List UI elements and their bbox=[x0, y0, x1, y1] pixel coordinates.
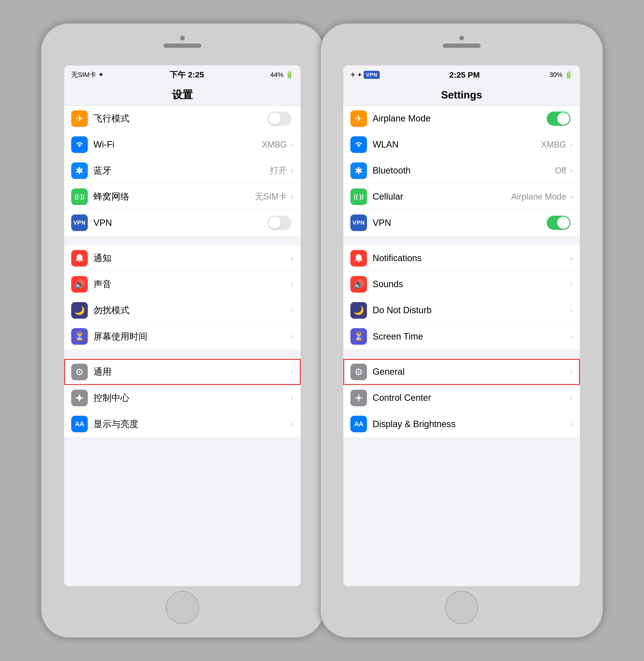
dnd-chevron-left: › bbox=[291, 305, 294, 315]
gap-1-right bbox=[343, 236, 580, 245]
status-bar-left: 无SIM卡 ✦ 下午 2:25 44% 🔋 bbox=[64, 65, 301, 84]
vpn-toggle-left[interactable] bbox=[268, 216, 291, 230]
bluetooth-value-left: 打开 bbox=[270, 165, 287, 176]
cellular-chevron-left: › bbox=[291, 192, 294, 202]
wlan-label-right: WLAN bbox=[373, 139, 541, 150]
row-airplane-left[interactable]: ✈ 飞行模式 bbox=[64, 106, 301, 132]
control-icon-right bbox=[350, 390, 367, 406]
airplane-toggle-left[interactable] bbox=[268, 111, 291, 126]
general-icon-right: ⚙ bbox=[350, 363, 367, 380]
svg-rect-5 bbox=[82, 397, 83, 398]
cellular-value-left: 无SIM卡 bbox=[255, 191, 287, 202]
bluetooth-icon-right: ✱ bbox=[350, 162, 367, 179]
display-label-right: Display & Brightness bbox=[373, 419, 569, 429]
gap-1-left bbox=[64, 236, 301, 245]
row-general-left[interactable]: ⚙ 通用 › bbox=[64, 359, 301, 385]
wifi-value-left: XMBG bbox=[262, 140, 287, 150]
row-wifi-left[interactable]: Wi-Fi XMBG › bbox=[64, 132, 301, 158]
home-button-left[interactable] bbox=[166, 591, 199, 624]
wifi-icon-left bbox=[71, 136, 88, 153]
screen-left: 无SIM卡 ✦ 下午 2:25 44% 🔋 设置 ✈ 飞行模式 bbox=[64, 65, 301, 586]
general-label-left: 通用 bbox=[93, 366, 289, 378]
airplane-status-icon: ✈ bbox=[350, 71, 355, 79]
time-left: 下午 2:25 bbox=[170, 69, 204, 80]
sounds-icon-right: 🔊 bbox=[350, 276, 367, 293]
display-chevron-right: › bbox=[570, 419, 573, 429]
wifi-icon-right bbox=[350, 136, 367, 153]
vpn-icon-left: VPN bbox=[71, 215, 88, 231]
cellular-label-left: 蜂窝网络 bbox=[93, 191, 255, 203]
page-title-left: 设置 bbox=[172, 88, 193, 102]
notifications-chevron-right: › bbox=[570, 253, 573, 263]
vpn-label-left: VPN bbox=[93, 218, 268, 228]
wlan-chevron-right: › bbox=[570, 140, 573, 150]
gap-2-right bbox=[343, 349, 580, 359]
wlan-value-right: XMBG bbox=[541, 140, 566, 150]
general-chevron-left: › bbox=[291, 367, 294, 377]
bluetooth-value-right: Off bbox=[555, 166, 566, 176]
screentime-chevron-left: › bbox=[291, 331, 294, 341]
speaker-right bbox=[443, 44, 481, 48]
row-display-right[interactable]: AA Display & Brightness › bbox=[343, 411, 580, 437]
dnd-chevron-right: › bbox=[570, 305, 573, 315]
row-general-right[interactable]: ⚙ General › bbox=[343, 359, 580, 385]
row-bluetooth-right[interactable]: ✱ Bluetooth Off › bbox=[343, 158, 580, 184]
screen-right: ✈ ✦ VPN 2:25 PM 30% 🔋 Settings bbox=[343, 65, 580, 586]
camera-left bbox=[180, 36, 185, 41]
row-sounds-right[interactable]: 🔊 Sounds › bbox=[343, 271, 580, 298]
general-label-right: General bbox=[373, 367, 569, 377]
dnd-icon-right: 🌙 bbox=[350, 302, 367, 319]
section-3-right: ⚙ General › bbox=[343, 359, 580, 437]
row-dnd-right[interactable]: 🌙 Do Not Disturb › bbox=[343, 298, 580, 324]
airplane-label-left: 飞行模式 bbox=[93, 112, 268, 125]
row-control-left[interactable]: 控制中心 › bbox=[64, 385, 301, 411]
row-screentime-right[interactable]: ⏳ Screen Time › bbox=[343, 324, 580, 349]
notifications-icon-left bbox=[71, 250, 88, 267]
section-2-right: Notifications › 🔊 Sounds › 🌙 Do Not Dist… bbox=[343, 245, 580, 349]
row-cellular-right[interactable]: ((·)) Cellular Airplane Mode › bbox=[343, 184, 580, 210]
section-1-left: ✈ 飞行模式 Wi-Fi XMBG › bbox=[64, 106, 301, 236]
no-sim-text: 无SIM卡 ✦ bbox=[71, 70, 104, 79]
row-sounds-left[interactable]: 🔊 声音 › bbox=[64, 271, 301, 298]
row-dnd-left[interactable]: 🌙 勿扰模式 › bbox=[64, 298, 301, 324]
svg-rect-9 bbox=[355, 397, 357, 398]
row-cellular-left[interactable]: ((·)) 蜂窝网络 无SIM卡 › bbox=[64, 184, 301, 210]
status-bar-right: ✈ ✦ VPN 2:25 PM 30% 🔋 bbox=[343, 65, 580, 84]
row-vpn-right[interactable]: VPN VPN bbox=[343, 210, 580, 236]
wifi-status-icon: ✦ bbox=[357, 71, 362, 79]
airplane-toggle-right[interactable] bbox=[547, 111, 570, 126]
section-2-left: 通知 › 🔊 声音 › 🌙 勿扰模式 › ⏳ 屏 bbox=[64, 245, 301, 349]
row-notifications-right[interactable]: Notifications › bbox=[343, 245, 580, 271]
bluetooth-label-right: Bluetooth bbox=[373, 166, 555, 176]
status-left-right: ✈ ✦ VPN bbox=[350, 71, 380, 79]
phone-right: ✈ ✦ VPN 2:25 PM 30% 🔋 Settings bbox=[320, 23, 603, 638]
display-label-left: 显示与亮度 bbox=[93, 418, 289, 430]
sounds-chevron-right: › bbox=[570, 279, 573, 289]
airplane-icon-left: ✈ bbox=[71, 110, 88, 127]
vpn-toggle-right[interactable] bbox=[547, 216, 570, 230]
camera-right bbox=[459, 36, 464, 41]
row-bluetooth-left[interactable]: ✱ 蓝牙 打开 › bbox=[64, 158, 301, 184]
row-airplane-right[interactable]: ✈ Airplane Mode bbox=[343, 106, 580, 132]
wifi-chevron-left: › bbox=[291, 140, 294, 150]
bluetooth-chevron-left: › bbox=[291, 166, 294, 176]
row-wifi-right[interactable]: WLAN XMBG › bbox=[343, 132, 580, 158]
svg-point-6 bbox=[357, 396, 360, 400]
sounds-label-right: Sounds bbox=[373, 279, 569, 289]
row-screentime-left[interactable]: ⏳ 屏幕使用时间 › bbox=[64, 324, 301, 349]
row-notifications-left[interactable]: 通知 › bbox=[64, 245, 301, 271]
home-button-right[interactable] bbox=[445, 591, 478, 624]
sounds-chevron-left: › bbox=[291, 279, 294, 289]
control-chevron-right: › bbox=[570, 393, 573, 403]
screentime-label-left: 屏幕使用时间 bbox=[93, 330, 289, 343]
battery-left: 44% 🔋 bbox=[270, 71, 294, 79]
time-right: 2:25 PM bbox=[449, 70, 480, 80]
phones-container: 无SIM卡 ✦ 下午 2:25 44% 🔋 设置 ✈ 飞行模式 bbox=[41, 23, 603, 638]
row-display-left[interactable]: AA 显示与亮度 › bbox=[64, 411, 301, 437]
airplane-label-right: Airplane Mode bbox=[373, 113, 547, 124]
nav-bar-right: Settings bbox=[343, 84, 580, 106]
row-control-right[interactable]: Control Center › bbox=[343, 385, 580, 411]
row-vpn-left[interactable]: VPN VPN bbox=[64, 210, 301, 236]
cellular-value-right: Airplane Mode bbox=[511, 192, 566, 202]
nav-bar-left: 设置 bbox=[64, 84, 301, 106]
